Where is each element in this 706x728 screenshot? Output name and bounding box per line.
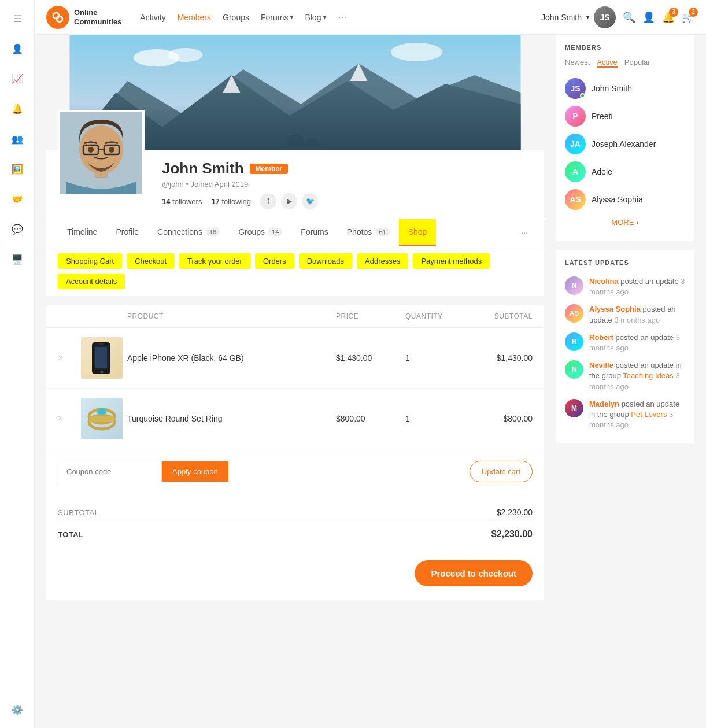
update-text-neville: Neville posted an update in the group Te…	[589, 360, 685, 392]
cart-badge: 2	[689, 8, 698, 17]
shop-tab-payment-methods[interactable]: Payment methods	[413, 253, 490, 269]
update-user-nicolina[interactable]: Nicolina	[589, 277, 619, 286]
svg-rect-25	[99, 343, 104, 345]
logo-text: Online Communities	[74, 8, 121, 26]
shop-tab-addresses[interactable]: Addresses	[357, 253, 408, 269]
members-tab-active[interactable]: Active	[597, 58, 617, 68]
shop-tab-downloads[interactable]: Downloads	[299, 253, 352, 269]
update-avatar-robert: R	[565, 332, 583, 351]
update-row-madelyn: M Madelyn posted an update in the group …	[565, 396, 685, 434]
member-row-adele[interactable]: A Adele	[565, 158, 685, 186]
member-row-joseph[interactable]: JA Joseph Alexander	[565, 130, 685, 158]
update-group-teaching[interactable]: Teaching Ideas	[623, 371, 673, 380]
youtube-icon[interactable]: ▶	[281, 193, 297, 209]
shop-tab-checkout[interactable]: Checkout	[127, 253, 175, 269]
qty-ring: 1	[405, 414, 463, 423]
shop-tab-shopping-cart[interactable]: Shopping Cart	[58, 253, 122, 269]
shop-subtabs: Shopping Cart Checkout Track your order …	[46, 246, 544, 296]
twitter-icon[interactable]: 🐦	[302, 193, 318, 209]
svg-point-11	[306, 138, 320, 149]
member-row-preeti[interactable]: P Preeti	[565, 102, 685, 130]
member-row-johnsmith[interactable]: JS John Smith	[565, 75, 685, 102]
remove-iphone-button[interactable]: ×	[58, 353, 81, 363]
tab-shop[interactable]: Shop	[399, 219, 437, 246]
proceed-to-checkout-button[interactable]: Proceed to checkout	[415, 560, 533, 586]
tab-profile[interactable]: Profile	[106, 219, 148, 246]
col-price: PRICE	[336, 312, 405, 320]
nav-members[interactable]: Members	[178, 13, 211, 22]
cart-container: PRODUCT PRICE QUANTITY SUBTOTAL ×	[46, 305, 544, 600]
cart-item-iphone: × Apple iPhon	[46, 328, 544, 389]
tab-timeline[interactable]: Timeline	[58, 219, 106, 246]
apply-coupon-button[interactable]: Apply coupon	[162, 461, 228, 482]
tab-forums[interactable]: Forums	[291, 219, 337, 246]
update-text-madelyn: Madelyn posted an update in the group Pe…	[589, 399, 685, 431]
profile-stats: 14 followers 17 following f ▶ 🐦	[162, 193, 318, 209]
nav-blog[interactable]: Blog ▾	[305, 13, 326, 22]
qty-iphone: 1	[405, 353, 463, 363]
menu-icon[interactable]: ☰	[8, 9, 27, 28]
nav-more-icon[interactable]: ···	[338, 11, 346, 23]
shop-tab-account-details[interactable]: Account details	[58, 274, 125, 289]
update-user-alyssa[interactable]: Alyssa Sophia	[589, 305, 641, 313]
profile-icon-btn[interactable]: 👤	[642, 11, 655, 24]
members-more-link[interactable]: MORE ›	[565, 213, 685, 231]
shop-tab-orders[interactable]: Orders	[255, 253, 294, 269]
update-user-robert[interactable]: Robert	[589, 333, 613, 342]
content-area: John Smith Member @john • Joined April 2…	[35, 35, 706, 621]
update-user-madelyn[interactable]: Madelyn	[589, 400, 619, 408]
tab-connections[interactable]: Connections 16	[148, 219, 229, 246]
messages-icon[interactable]: 💬	[8, 220, 27, 238]
price-ring: $800.00	[336, 414, 405, 423]
connections-icon[interactable]: 🤝	[8, 190, 27, 208]
update-row-robert: R Robert posted an update 3 months ago	[565, 329, 685, 357]
user-icon[interactable]: 👤	[8, 39, 27, 58]
profile-name: John Smith	[162, 160, 244, 178]
update-user-neville[interactable]: Neville	[589, 361, 613, 369]
product-name-ring: Turquoise Round Set Ring	[127, 414, 336, 423]
update-cart-button[interactable]: Update cart	[470, 461, 533, 482]
remove-ring-button[interactable]: ×	[58, 413, 81, 424]
member-name-adele: Adele	[592, 167, 612, 176]
notifications-button[interactable]: 🔔 3	[662, 11, 675, 24]
price-iphone: $1,430.00	[336, 353, 405, 363]
total-label: TOTAL	[58, 530, 84, 539]
col-quantity: QUANTITY	[405, 312, 463, 320]
cart-totals: SUBTOTAL $2,230.00 TOTAL $2,230.00	[46, 494, 544, 553]
product-name-iphone: Apple iPhone XR (Black, 64 GB)	[127, 353, 336, 363]
nav-forums[interactable]: Forums ▾	[261, 13, 293, 22]
nav-groups[interactable]: Groups	[223, 13, 249, 22]
member-name-alyssa: Alyssa Sophia	[592, 195, 643, 204]
facebook-icon[interactable]: f	[260, 193, 276, 209]
total-row: TOTAL $2,230.00	[58, 522, 533, 544]
svg-rect-23	[95, 347, 107, 368]
tab-photos[interactable]: Photos 61	[338, 219, 399, 246]
photos-icon[interactable]: 🖼️	[8, 160, 27, 178]
tab-groups[interactable]: Groups 14	[229, 219, 291, 246]
notifications-bell-icon[interactable]: 🔔	[8, 99, 27, 118]
members-tab-popular[interactable]: Popular	[624, 58, 650, 68]
profile-info-bar: John Smith Member @john • Joined April 2…	[46, 150, 544, 219]
admin-icon[interactable]: ⚙️	[8, 700, 27, 719]
search-button[interactable]: 🔍	[623, 11, 635, 24]
update-group-petlovers[interactable]: Pet Lovers	[631, 410, 667, 419]
user-menu[interactable]: John Smith ▾ JS	[541, 6, 616, 28]
nav-activity[interactable]: Activity	[140, 13, 165, 22]
groups-icon[interactable]: 👥	[8, 130, 27, 148]
members-title: MEMBERS	[565, 44, 685, 51]
topnav-right: John Smith ▾ JS 🔍 👤 🔔 3 🛒 2	[541, 6, 694, 28]
update-text-alyssa: Alyssa Sophia posted an update 3 months …	[589, 304, 685, 325]
member-name-joseph: Joseph Alexander	[592, 139, 656, 149]
monitor-icon[interactable]: 🖥️	[8, 250, 27, 268]
coupon-input[interactable]	[58, 461, 162, 482]
shop-tab-track-order[interactable]: Track your order	[179, 253, 250, 269]
tab-more-icon[interactable]: ···	[516, 220, 533, 245]
member-row-alyssa[interactable]: AS Alyssa Sophia	[565, 186, 685, 213]
members-tab-newest[interactable]: Newest	[565, 58, 590, 68]
logo[interactable]: Online Communities	[46, 6, 121, 29]
cart-button[interactable]: 🛒 2	[682, 11, 694, 24]
svg-point-10	[287, 135, 304, 149]
activity-icon[interactable]: 📈	[8, 69, 27, 88]
svg-point-30	[98, 409, 106, 414]
subtotal-label: SUBTOTAL	[58, 508, 99, 517]
